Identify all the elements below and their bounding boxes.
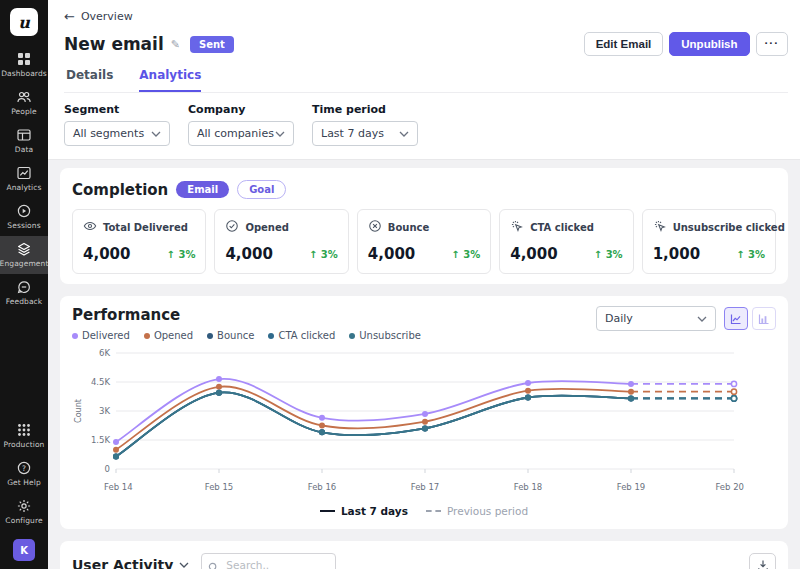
stat-opened: Opened 4,000 ↑ 3%: [214, 209, 348, 274]
stat-value: 4,000: [225, 245, 272, 263]
eye-icon: [83, 219, 97, 235]
up-arrow-icon: ↑: [167, 249, 175, 260]
time-period-select[interactable]: Last 7 days: [312, 121, 418, 146]
sidebar-item-label: Sessions: [7, 221, 40, 230]
unpublish-button[interactable]: Unpublish: [669, 32, 749, 56]
legend-last-7-days: Last 7 days: [320, 505, 408, 517]
sidebar-item-engagement[interactable]: Engagement: [0, 236, 48, 274]
sidebar-item-get-help[interactable]: ? Get Help: [0, 455, 48, 493]
svg-text:Feb 20: Feb 20: [715, 482, 744, 492]
legend-dot: [144, 333, 150, 339]
chevron-down-icon: [151, 131, 161, 137]
stat-value: 4,000: [368, 245, 415, 263]
user-activity-title-dropdown[interactable]: User Activity: [72, 557, 189, 569]
solid-line-swatch: [320, 510, 335, 512]
interval-select[interactable]: Daily: [596, 306, 716, 331]
up-arrow-icon: ↑: [451, 249, 459, 260]
sidebar-item-data[interactable]: Data: [0, 122, 48, 160]
tabs: Details Analytics: [64, 68, 788, 92]
app-window: u Dashboards People Data Analytics Sessi…: [0, 0, 800, 569]
data-table-icon: [16, 127, 32, 143]
sidebar-item-analytics[interactable]: Analytics: [0, 160, 48, 198]
sidebar-item-people[interactable]: People: [0, 84, 48, 122]
stat-label: CTA clicked: [530, 222, 594, 233]
more-options-button[interactable]: ···: [756, 32, 789, 56]
chevron-down-icon: [275, 131, 285, 137]
company-select[interactable]: All companies: [188, 121, 294, 146]
feedback-bubble-icon: [16, 279, 32, 295]
line-chart-toggle-button[interactable]: [724, 307, 748, 330]
up-arrow-icon: ↑: [736, 249, 744, 260]
filter-segment: Segment All segments: [64, 103, 170, 146]
stat-delta: ↑ 3%: [736, 249, 765, 260]
stat-value: 1,000: [653, 245, 700, 263]
filter-label: Company: [188, 103, 294, 116]
sidebar-item-feedback[interactable]: Feedback: [0, 274, 48, 312]
completion-card: Completion Email Goal Total Delivered 4,…: [60, 168, 788, 284]
svg-text:Count: Count: [74, 399, 83, 423]
stat-value: 4,000: [83, 245, 130, 263]
stat-unsubscribe-clicked: Unsubscribe clicked 1,000 ↑ 3%: [642, 209, 776, 274]
stat-value: 4,000: [510, 245, 557, 263]
dashboards-icon: [16, 51, 32, 67]
tab-analytics[interactable]: Analytics: [139, 68, 201, 92]
search-input[interactable]: [201, 553, 336, 569]
bar-chart-toggle-button[interactable]: [752, 307, 776, 330]
back-link[interactable]: ← Overview: [64, 10, 133, 23]
segment-select-value: All segments: [73, 127, 151, 140]
segment-select[interactable]: All segments: [64, 121, 170, 146]
legend-dot: [207, 333, 213, 339]
x-circle-icon: [368, 219, 382, 235]
gear-icon: [16, 498, 32, 514]
completion-header: Completion Email Goal: [72, 180, 776, 199]
legend-cta-clicked: CTA clicked: [268, 330, 335, 341]
chevron-down-icon: [179, 562, 189, 568]
svg-text:0: 0: [105, 464, 110, 474]
filter-label: Segment: [64, 103, 170, 116]
completion-title: Completion: [72, 181, 168, 199]
stat-delta: ↑ 3%: [167, 249, 196, 260]
sidebar-item-label: Feedback: [6, 297, 43, 306]
interval-select-value: Daily: [605, 312, 697, 325]
performance-legend: Delivered Opened Bounce CTA clicked Unsu…: [72, 330, 421, 341]
performance-title: Performance: [72, 306, 421, 324]
company-select-value: All companies: [197, 127, 275, 140]
stat-label: Total Delivered: [103, 222, 188, 233]
chevron-down-icon: [697, 316, 707, 322]
email-pill[interactable]: Email: [176, 181, 229, 198]
performance-line-chart[interactable]: 01.5K3K4.5K6KCountFeb 14Feb 15Feb 16Feb …: [72, 345, 776, 501]
userpilot-logo[interactable]: u: [10, 8, 38, 36]
svg-text:Feb 19: Feb 19: [617, 482, 646, 492]
svg-text:3K: 3K: [99, 406, 110, 416]
sidebar-item-configure[interactable]: Configure: [0, 493, 48, 531]
performance-card: Performance Delivered Opened Bounce CTA …: [60, 296, 788, 529]
chevron-down-icon: [399, 131, 409, 137]
edit-email-button[interactable]: Edit Email: [584, 32, 664, 56]
sidebar-item-label: Analytics: [7, 183, 42, 192]
people-icon: [16, 89, 32, 105]
stat-delta: ↑ 3%: [594, 249, 623, 260]
check-circle-icon: [225, 219, 239, 235]
sidebar-item-sessions[interactable]: Sessions: [0, 198, 48, 236]
goal-pill[interactable]: Goal: [237, 180, 286, 199]
sidebar-item-dashboards[interactable]: Dashboards: [0, 46, 48, 84]
sidebar-item-production[interactable]: Production: [0, 417, 48, 455]
tab-details[interactable]: Details: [66, 68, 113, 92]
download-button[interactable]: [749, 553, 776, 569]
layers-icon: [16, 241, 32, 257]
sidebar-item-label: Production: [4, 440, 45, 449]
sidebar-item-label: Engagement: [0, 259, 48, 268]
svg-text:Feb 16: Feb 16: [308, 482, 337, 492]
up-arrow-icon: ↑: [594, 249, 602, 260]
avatar-initial: K: [20, 545, 28, 556]
user-activity-card: User Activity Users: [60, 541, 788, 569]
sidebar-item-label: Configure: [5, 516, 42, 525]
user-avatar[interactable]: K: [13, 539, 35, 561]
stat-label: Bounce: [388, 222, 429, 233]
legend-opened: Opened: [144, 330, 193, 341]
stat-label: Unsubscribe clicked: [673, 222, 785, 233]
download-icon: [757, 559, 769, 569]
page-title: New email: [64, 34, 164, 54]
user-activity-title: User Activity: [72, 557, 173, 569]
edit-title-icon[interactable]: ✎: [171, 38, 180, 51]
